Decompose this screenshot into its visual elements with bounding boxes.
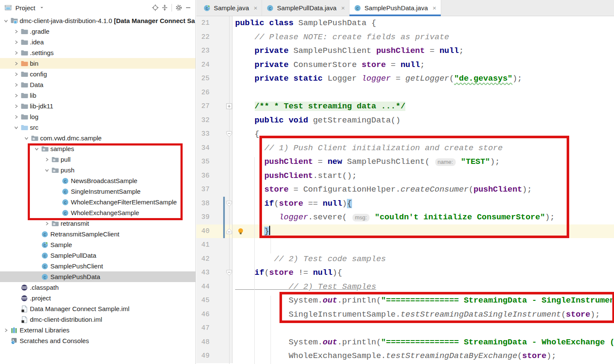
chevron-right-icon[interactable] [2, 327, 10, 334]
tree-item-scratches-and-consoles[interactable]: Scratches and Consoles [0, 335, 195, 346]
code-line-42[interactable]: 42 // 2) Test code samples [196, 252, 614, 266]
code-line-22[interactable]: 22 // Please NOTE: create fields as priv… [196, 30, 614, 44]
tab-sample-java[interactable]: cSample.java× [199, 0, 262, 16]
tab-samplepulldata-java[interactable]: cSamplePullData.java× [262, 0, 349, 16]
code-line-48[interactable]: 48 System.out.println("=============== S… [196, 335, 614, 349]
code-line-27[interactable]: 27 /** * Test streaming data ...*/ [196, 99, 614, 114]
tree-item-retransmitsampleclient[interactable]: cRetransmitSampleClient [0, 229, 195, 239]
chevron-right-icon[interactable] [43, 220, 51, 227]
code-line-26[interactable]: 26 [196, 86, 614, 100]
tree-item-wholeexchangesample[interactable]: cWholeExchangeSample [0, 207, 195, 218]
code-line-44[interactable]: 44 // 2) Test Samples [196, 280, 614, 294]
tree-item-com-vwd-dmc-sample[interactable]: com.vwd.dmc.sample [0, 133, 195, 143]
tree-item-newsbroadcastsample[interactable]: cNewsBroadcastSample [0, 175, 195, 186]
code-editor[interactable]: 21public class SamplePushData {22 // Ple… [196, 16, 614, 364]
tree-item-samplepushdata[interactable]: cSamplePushData [0, 271, 195, 282]
tree-item-push[interactable]: push [0, 165, 195, 175]
code-line-38[interactable]: 38 if(store == null){ [196, 197, 614, 211]
close-icon[interactable]: × [433, 5, 436, 11]
chevron-placeholder [12, 316, 20, 323]
intention-bulb-icon[interactable] [237, 228, 244, 235]
chevron-down-icon[interactable] [43, 167, 51, 174]
code-line-37[interactable]: 37 store = ConfigurationHelper.createCon… [196, 183, 614, 197]
code-line-34[interactable]: 34 // 1) Push Client initialization and … [196, 141, 614, 155]
code-line-35[interactable]: 35 pushClient = new SamplePushClient( na… [196, 155, 614, 169]
chevron-down-icon[interactable] [2, 17, 10, 24]
code-line-47[interactable]: 47 [196, 321, 614, 335]
chevron-down-icon[interactable] [12, 124, 20, 131]
code-line-39[interactable]: 39 logger.severe( msg: "couldn't initial… [196, 210, 614, 224]
chevron-right-icon[interactable] [12, 114, 20, 120]
tree-item-lib[interactable]: lib [0, 90, 195, 101]
code-line-41[interactable]: 41 [196, 238, 614, 252]
chevron-down-icon[interactable] [37, 3, 47, 12]
tab-samplepushdata-java[interactable]: cSamplePushData.java× [349, 0, 441, 16]
chevron-right-icon[interactable] [12, 60, 20, 67]
tree-item-external-libraries[interactable]: External Libraries [0, 325, 195, 335]
locate-file-icon[interactable] [151, 3, 160, 12]
class-icon: c [61, 199, 69, 206]
chevron-right-icon[interactable] [12, 39, 20, 46]
close-icon[interactable]: × [341, 5, 345, 11]
svg-text:c: c [64, 179, 66, 183]
panel-title[interactable]: Project [15, 4, 35, 12]
code-line-36[interactable]: 36 pushClient.start(); [196, 169, 614, 183]
tree-item-wholeexchangefilterelementsample[interactable]: cWholeExchangeFilterElementSample [0, 197, 195, 207]
tree-item-samples[interactable]: samples [0, 143, 195, 154]
tree-item-pull[interactable]: pull [0, 154, 195, 165]
tree-item-bin[interactable]: bin [0, 58, 195, 69]
fold-marker-icon[interactable] [226, 228, 232, 234]
tree-item-project[interactable]: .project [0, 293, 195, 303]
tree-item-classpath[interactable]: .classpath [0, 282, 195, 293]
code-line-21[interactable]: 21public class SamplePushData { [196, 16, 614, 30]
collapse-all-icon[interactable] [160, 3, 169, 12]
tree-item-log[interactable]: log [0, 111, 195, 122]
code-line-45[interactable]: 45 System.out.println("=============== S… [196, 294, 614, 308]
code-line-23[interactable]: 23 private SamplePushClient pushClient =… [196, 44, 614, 58]
tree-item-lib-jdk11[interactable]: lib-jdk11 [0, 101, 195, 111]
tree-item-gradle[interactable]: .gradle [0, 26, 195, 37]
tree-item-dmc-client-java-distribution-4-1-0[interactable]: dmc-client-java-distribution-4.1.0 [Data… [0, 15, 195, 26]
code-line-49[interactable]: 49 WholeExchangeSample.testStreamingData… [196, 349, 614, 363]
chevron-right-icon[interactable] [12, 92, 20, 99]
libraries-icon [10, 327, 18, 334]
tree-item-retransmit[interactable]: retransmit [0, 218, 195, 229]
code-line-32[interactable]: 32 public void getStreamingData() [196, 114, 614, 128]
tree-item-samplepushclient[interactable]: cSamplePushClient [0, 261, 195, 271]
code-line-24[interactable]: 24 private ConsumerStore store = null; [196, 58, 614, 72]
code-line-33[interactable]: 33 { [196, 127, 614, 141]
tree-item-label: Sample [50, 241, 72, 248]
hide-panel-icon[interactable] [183, 3, 193, 12]
fold-marker-icon[interactable] [226, 201, 232, 207]
fold-marker-icon[interactable] [226, 103, 232, 109]
chevron-right-icon[interactable] [12, 50, 20, 56]
chevron-right-icon[interactable] [12, 71, 20, 78]
svg-text:c: c [43, 264, 46, 269]
tree-item-dmc-client-distribution-iml[interactable]: dmc-client-distribution.iml [0, 314, 195, 325]
tree-item-samplepulldata[interactable]: cSamplePullData [0, 250, 195, 261]
chevron-right-icon[interactable] [43, 156, 51, 163]
tree-item-settings[interactable]: .settings [0, 47, 195, 58]
tree-item-config[interactable]: config [0, 69, 195, 79]
svg-text:c: c [64, 211, 66, 215]
close-icon[interactable]: × [254, 5, 258, 11]
chevron-right-icon[interactable] [12, 28, 20, 35]
code-line-40[interactable]: 40 } [196, 224, 614, 239]
code-line-43[interactable]: 43 if(store != null){ [196, 266, 614, 280]
chevron-down-icon[interactable] [32, 146, 41, 152]
code-line-46[interactable]: 46 SingleInstrumentSample.testStreamingD… [196, 308, 614, 322]
tree-item-data[interactable]: Data [0, 79, 195, 90]
code-line-25[interactable]: 25 private static Logger logger = getLog… [196, 72, 614, 86]
chevron-down-icon[interactable] [22, 135, 31, 142]
fold-marker-icon[interactable] [226, 270, 232, 276]
tree-item-src[interactable]: src [0, 122, 195, 133]
tree-item-sample[interactable]: cSample [0, 239, 195, 250]
chevron-right-icon[interactable] [12, 103, 20, 110]
tree-item-singleinstrumentsample[interactable]: cSingleInstrumentSample [0, 186, 195, 197]
chevron-right-icon[interactable] [12, 82, 20, 88]
tree-item-idea[interactable]: .idea [0, 37, 195, 47]
gear-icon[interactable] [174, 3, 183, 12]
fold-marker-icon[interactable] [226, 131, 232, 137]
tree-item-data-manager-connect-sample-iml[interactable]: Data Manager Connect Sample.iml [0, 303, 195, 314]
tree-item-label: .idea [30, 38, 44, 46]
